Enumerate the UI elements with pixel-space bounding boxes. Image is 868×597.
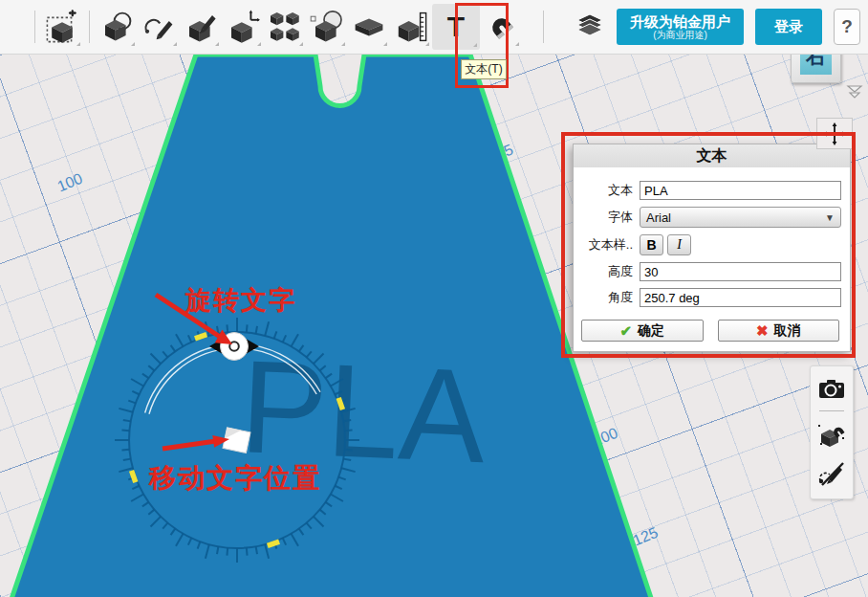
camera-icon (818, 378, 845, 399)
login-button[interactable]: 登录 (755, 9, 822, 44)
text-input[interactable] (640, 181, 841, 200)
angle-field-label: 角度 (579, 289, 633, 306)
text-tool[interactable]: T (432, 4, 480, 50)
flatten-tool[interactable] (348, 5, 390, 49)
toolbar-spacer (0, 0, 29, 54)
select-move-icon (45, 10, 79, 44)
disable-edit-button[interactable] (817, 460, 846, 487)
annotation-rotate-text: 旋转文字 (185, 283, 296, 318)
translate-icon (226, 10, 260, 44)
paint-icon (184, 10, 218, 44)
pattern-tool[interactable] (264, 5, 306, 49)
toolbar-separator (34, 11, 35, 43)
toolbar-separator (543, 11, 544, 43)
side-panel-divider (819, 410, 844, 411)
measure-icon (394, 10, 428, 44)
font-field-label: 字体 (579, 209, 633, 226)
screenshot-button[interactable] (818, 378, 845, 399)
angle-input[interactable] (640, 288, 841, 307)
layers-icon[interactable] (575, 12, 605, 41)
snap-magnet-icon (817, 422, 846, 449)
select-move-tool[interactable] (41, 5, 83, 49)
height-input[interactable] (640, 262, 841, 281)
translate-tool[interactable] (222, 5, 264, 49)
font-select[interactable]: Arial ▼ (640, 207, 841, 228)
collapse-view-controls[interactable] (845, 84, 864, 100)
flatten-icon (352, 10, 386, 44)
union-tool[interactable] (96, 5, 138, 49)
style-field-label: 文本样.. (579, 236, 633, 254)
canvas-side-panel (810, 365, 854, 499)
dialog-drag-handle[interactable] (816, 118, 853, 149)
text-tool-tooltip: 文本(T) (461, 59, 507, 79)
text-field-label: 文本 (579, 182, 633, 199)
pattern-icon (268, 10, 302, 44)
help-button[interactable]: ? (834, 9, 860, 45)
toolbar: T 升级为铂金用户 (为商业用途) (0, 0, 868, 55)
toolbar-right-group: 升级为铂金用户 (为商业用途) 登录 ? (575, 9, 868, 46)
font-select-value: Arial (646, 210, 671, 225)
upgrade-button[interactable]: 升级为铂金用户 (为商业用途) (617, 9, 744, 46)
paint-tool[interactable] (180, 5, 222, 49)
text-dialog: 文本 文本 字体 Arial ▼ 文本样.. B I 高度 (573, 144, 851, 352)
check-icon: ✔ (619, 322, 632, 340)
magnet-icon (484, 10, 518, 44)
pen-slash-icon (817, 460, 846, 487)
subtract-tool[interactable] (306, 5, 348, 49)
select-arrow-icon: ▼ (825, 212, 835, 223)
upgrade-button-sublabel: (为商业用途) (630, 30, 730, 41)
sketch-icon (141, 10, 176, 44)
upgrade-button-label: 升级为铂金用户 (630, 13, 730, 30)
app-window: T 升级为铂金用户 (为商业用途) (0, 0, 868, 597)
height-field-label: 高度 (579, 263, 633, 280)
toolbar-separator (89, 11, 90, 43)
measure-tool[interactable] (390, 5, 432, 49)
cross-icon: ✖ (756, 322, 769, 340)
bold-button[interactable]: B (640, 234, 663, 255)
magnet-tool[interactable] (480, 5, 522, 49)
subtract-icon (310, 10, 344, 44)
ok-button-label: 确定 (638, 322, 664, 340)
italic-button[interactable]: I (667, 234, 691, 255)
union-icon (99, 10, 134, 44)
sketch-tool[interactable] (138, 5, 180, 49)
move-crosshair-icon (822, 122, 847, 146)
annotation-move-text: 移动文字位置 (149, 460, 321, 497)
dialog-title: 文本 (574, 144, 850, 167)
snap-tool-button[interactable] (817, 422, 846, 449)
chevron-down-icon (845, 84, 864, 100)
cancel-button-label: 取消 (774, 322, 801, 340)
cancel-button[interactable]: ✖ 取消 (718, 320, 840, 342)
ok-button[interactable]: ✔ 确定 (581, 320, 704, 342)
